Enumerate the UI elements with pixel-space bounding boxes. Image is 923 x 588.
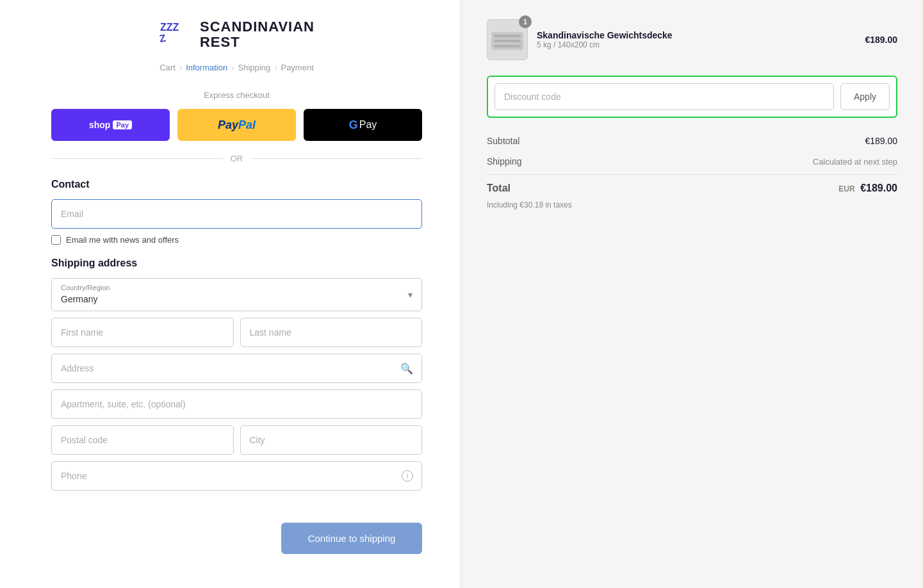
payment-buttons: shop Pay Pay Pal G Pay (51, 109, 422, 141)
shipping-value: Calculated at next step (813, 157, 897, 167)
total-value-wrap: EUR €189.00 (838, 183, 897, 194)
subtotal-label: Subtotal (487, 136, 519, 146)
total-label: Total (487, 183, 511, 194)
phone-input[interactable] (51, 461, 422, 491)
subtotal-value: €189.00 (865, 136, 897, 146)
or-divider: OR (51, 154, 422, 163)
shop-pay-badge: Pay (113, 120, 132, 129)
breadcrumb-sep-2: › (231, 63, 234, 72)
item-variant: 5 kg / 140x200 cm (537, 40, 856, 49)
breadcrumb-sep-3: › (274, 63, 277, 72)
apply-discount-button[interactable]: Apply (840, 83, 890, 110)
contact-title: Contact (51, 179, 422, 190)
blanket-icon (489, 26, 526, 54)
subtotal-row: Subtotal €189.00 (487, 131, 897, 151)
shipping-label: Shipping (487, 156, 522, 167)
order-item: 1 Skandinavische Gewichtsdecke 5 kg / 14… (487, 19, 897, 60)
gpay-label: Pay (359, 119, 377, 131)
breadcrumb-cart[interactable]: Cart (159, 63, 176, 72)
or-text: OR (231, 154, 243, 163)
name-row (51, 318, 422, 347)
address-input[interactable] (51, 354, 422, 383)
search-icon: 🔍 (400, 363, 413, 375)
logo-icon: ZZZ Z (159, 19, 193, 50)
item-price: €189.00 (865, 35, 897, 45)
country-select[interactable]: Germany Austria Switzerland United State… (52, 293, 421, 311)
svg-rect-5 (494, 45, 521, 47)
email-input[interactable] (51, 199, 422, 229)
right-panel: 1 Skandinavische Gewichtsdecke 5 kg / 14… (461, 0, 923, 588)
shipping-address-title: Shipping address (51, 257, 422, 269)
last-name-input[interactable] (240, 318, 423, 347)
country-select-wrap: Country/Region Germany Austria Switzerla… (51, 278, 422, 311)
contact-section: Contact Email me with news and offers (51, 179, 422, 245)
express-checkout-label: Express checkout (51, 90, 422, 100)
shipping-address-section: Shipping address Country/Region Germany … (51, 257, 422, 497)
logo-brand-line2: REST (200, 35, 314, 50)
g-icon: G (349, 118, 358, 132)
info-icon: i (402, 470, 413, 482)
newsletter-checkbox[interactable] (51, 235, 61, 245)
continue-button-wrap: Continue to shipping (51, 510, 422, 554)
paypal-button[interactable]: Pay Pal (177, 109, 296, 141)
discount-code-input[interactable] (494, 83, 834, 110)
total-currency: EUR (838, 184, 854, 193)
shop-pay-label: shop (89, 120, 110, 130)
discount-code-section: Apply (487, 76, 897, 118)
total-value: €189.00 (860, 183, 897, 193)
svg-text:ZZZ: ZZZ (160, 22, 179, 33)
paypal-label: Pay (218, 118, 238, 132)
item-image-wrap: 1 (487, 19, 528, 60)
continue-to-shipping-button[interactable]: Continue to shipping (281, 523, 422, 554)
logo: ZZZ Z SCANDINAVIAN REST (159, 19, 314, 50)
paypal-pal: Pal (238, 118, 256, 132)
shop-pay-button[interactable]: shop Pay (51, 109, 170, 141)
newsletter-label: Email me with news and offers (66, 235, 179, 245)
tax-note: Including €30.18 in taxes (487, 200, 897, 209)
address-wrap: 🔍 (51, 354, 422, 383)
first-name-input[interactable] (51, 318, 234, 347)
svg-text:Z: Z (159, 33, 167, 44)
newsletter-row: Email me with news and offers (51, 235, 422, 245)
email-input-wrap (51, 199, 422, 229)
svg-rect-4 (494, 40, 521, 42)
item-details: Skandinavische Gewichtsdecke 5 kg / 140x… (537, 30, 856, 49)
breadcrumb-shipping[interactable]: Shipping (238, 63, 271, 72)
phone-wrap: i (51, 461, 422, 491)
svg-rect-3 (494, 35, 521, 37)
item-quantity-badge: 1 (519, 15, 532, 28)
breadcrumb-information[interactable]: Information (186, 63, 227, 72)
postal-code-input[interactable] (51, 425, 234, 455)
breadcrumb-payment[interactable]: Payment (281, 63, 313, 72)
gpay-button[interactable]: G Pay (304, 109, 422, 141)
country-label: Country/Region (52, 279, 421, 293)
logo-brand-line1: SCANDINAVIAN (200, 19, 314, 35)
left-panel: ZZZ Z SCANDINAVIAN REST Cart › Informati… (0, 0, 461, 588)
postal-city-row (51, 425, 422, 455)
apartment-input[interactable] (51, 389, 422, 419)
total-row: Total EUR €189.00 (487, 174, 897, 199)
shipping-row: Shipping Calculated at next step (487, 151, 897, 172)
item-name: Skandinavische Gewichtsdecke (537, 30, 856, 40)
city-input[interactable] (240, 425, 423, 455)
logo-text: SCANDINAVIAN REST (200, 19, 314, 50)
breadcrumb: Cart › Information › Shipping › Payment (159, 63, 314, 72)
breadcrumb-sep-1: › (179, 63, 182, 72)
